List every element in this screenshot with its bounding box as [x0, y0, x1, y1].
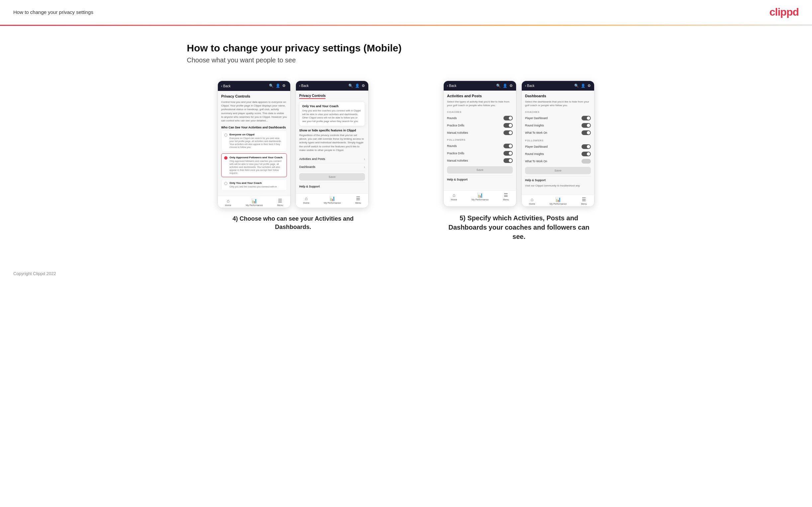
manual-label-c3: Manual Activities [447, 131, 468, 134]
menu-dashboards[interactable]: Dashboards › [299, 163, 365, 171]
nav-performance-2[interactable]: 📊 My Performance [324, 196, 341, 204]
show-hide-desc: Regardless of the privacy controls that … [299, 133, 365, 152]
option-everyone[interactable]: Everyone on Clippd Everyone on Clippd ca… [221, 130, 287, 151]
screen4-bottom-nav: ⌂ Home 📊 My Performance ☰ Menu [522, 194, 594, 206]
work-on-label-f4: What To Work On [525, 160, 547, 163]
nav-home-1[interactable]: ⌂ Home [225, 198, 232, 206]
radio-everyone [224, 133, 227, 137]
menu-label-1: Menu [277, 204, 283, 206]
nav-performance-3[interactable]: 📊 My Performance [471, 192, 489, 201]
screen1-desc: Control how you and your data appears to… [221, 100, 287, 122]
player-dash-label-c4: Player Dashboard [525, 116, 548, 120]
dashboards-label: Dashboards [299, 165, 315, 169]
nav-home-4[interactable]: ⌂ Home [529, 197, 536, 205]
save-button-2[interactable]: Save [299, 173, 365, 180]
performance-icon-4: 📊 [555, 197, 561, 202]
round-insights-toggle-c4[interactable] [581, 123, 591, 128]
search-icon-4[interactable]: 🔍 [574, 83, 579, 88]
logo: clippd [769, 6, 799, 18]
option-approved[interactable]: Only Approved Followers and Your Coach O… [221, 153, 287, 177]
profile-icon-3[interactable]: 👤 [503, 83, 507, 88]
rounds-toggle-f3[interactable] [503, 144, 513, 148]
toggle-roundinsights-coaches-4: Round Insights [525, 122, 591, 129]
nav-menu-2[interactable]: ☰ Menu [355, 196, 361, 204]
left-phones: ‹ Back 🔍 👤 ⚙ Privacy Controls Control ho… [217, 80, 369, 208]
manual-toggle-c3[interactable] [503, 130, 513, 135]
work-on-label-c4: What To Work On [525, 131, 547, 134]
rounds-toggle-c3[interactable] [503, 116, 513, 120]
home-label-1: Home [225, 204, 232, 206]
search-icon-2[interactable]: 🔍 [348, 83, 353, 88]
right-phones: ‹ Back 🔍 👤 ⚙ Activities and Posts Select… [443, 80, 595, 207]
screen3-title: Activities and Posts [447, 94, 513, 98]
option-everyone-label: Everyone on Clippd [230, 133, 284, 136]
menu-activities[interactable]: Activities and Posts › [299, 155, 365, 163]
toggle-player-followers-4: Player Dashboard [525, 143, 591, 150]
help-desc-4: Visit our Clippd community to troublesho… [525, 184, 591, 187]
breadcrumb: How to change your privacy settings [13, 9, 93, 15]
screen1-title: Privacy Controls [221, 94, 287, 98]
screen-2: ‹ Back 🔍 👤 ⚙ Privacy Controls Only You a… [296, 80, 369, 208]
toggle-drills-coaches-3: Practice Drills [447, 122, 513, 129]
nav-menu-1[interactable]: ☰ Menu [277, 198, 283, 206]
search-icon-3[interactable]: 🔍 [496, 83, 501, 88]
toggle-manual-followers-3: Manual Activities [447, 157, 513, 164]
manual-toggle-f3[interactable] [503, 158, 513, 163]
screen2-back[interactable]: ‹ Back [299, 84, 309, 88]
nav-performance-4[interactable]: 📊 My Performance [550, 197, 567, 205]
settings-icon-4[interactable]: ⚙ [588, 83, 591, 88]
player-dash-toggle-c4[interactable] [581, 116, 591, 120]
rounds-label-f3: Rounds [447, 144, 457, 148]
profile-icon-4[interactable]: 👤 [581, 83, 586, 88]
screen2-tab[interactable]: Privacy Controls [299, 94, 325, 99]
drills-toggle-f3[interactable] [503, 151, 513, 156]
menu-icon-4: ☰ [582, 197, 586, 202]
settings-icon[interactable]: ⚙ [282, 83, 287, 88]
option-approved-label: Only Approved Followers and Your Coach [230, 156, 284, 159]
work-on-toggle-c4[interactable] [581, 130, 591, 135]
settings-icon-3[interactable]: ⚙ [509, 83, 513, 88]
performance-label-2: My Performance [324, 202, 341, 204]
screen-1: ‹ Back 🔍 👤 ⚙ Privacy Controls Control ho… [217, 80, 291, 208]
round-insights-label-f4: Round Insights [525, 152, 544, 156]
screen4-back[interactable]: ‹ Back [525, 84, 535, 88]
screen1-back[interactable]: ‹ Back [221, 84, 231, 88]
coaches-label-3: COACHES [447, 111, 513, 113]
nav-home-3[interactable]: ⌂ Home [451, 192, 457, 201]
toggle-player-coaches-4: Player Dashboard [525, 114, 591, 122]
nav-performance-1[interactable]: 📊 My Performance [246, 198, 263, 206]
help-label-2: Help & Support [299, 182, 365, 190]
screenshots-section: ‹ Back 🔍 👤 ⚙ Privacy Controls Control ho… [187, 80, 625, 241]
screen2-content: Privacy Controls Only You and Your Coach… [296, 91, 368, 193]
screen3-back[interactable]: ‹ Back [447, 84, 456, 88]
drills-label-c3: Practice Drills [447, 124, 464, 127]
rounds-label-c3: Rounds [447, 116, 457, 120]
screen4-nav-icons: 🔍 👤 ⚙ [574, 83, 591, 88]
activities-label: Activities and Posts [299, 157, 325, 161]
drills-toggle-c3[interactable] [503, 123, 513, 128]
menu-icon-1: ☰ [278, 198, 282, 204]
save-button-3[interactable]: Save [447, 166, 513, 174]
nav-menu-3[interactable]: ☰ Menu [503, 192, 509, 201]
toggle-roundinsights-followers-4: Round Insights [525, 150, 591, 158]
copyright-text: Copyright Clippd 2022 [13, 271, 56, 276]
round-insights-toggle-f4[interactable] [581, 152, 591, 156]
search-icon[interactable]: 🔍 [269, 83, 274, 88]
option-only-you-desc: Only you and the coaches you connect wit… [230, 185, 276, 188]
header: How to change your privacy settings clip… [0, 0, 812, 25]
profile-icon[interactable]: 👤 [276, 83, 280, 88]
screen3-desc: Select the types of activity that you'd … [447, 100, 513, 107]
activities-chevron: › [364, 157, 365, 161]
settings-icon-2[interactable]: ⚙ [362, 83, 365, 88]
work-on-toggle-f4[interactable] [581, 159, 591, 164]
player-dash-toggle-f4[interactable] [581, 144, 591, 149]
menu-label-3: Menu [503, 199, 509, 201]
nav-home-2[interactable]: ⌂ Home [303, 196, 309, 204]
option-only-you[interactable]: Only You and Your Coach Only you and the… [221, 179, 287, 191]
screen-4: ‹ Back 🔍 👤 ⚙ Dashboards Select the dashb… [521, 80, 595, 207]
profile-icon-2[interactable]: 👤 [355, 83, 360, 88]
save-button-4[interactable]: Save [525, 167, 591, 174]
toggle-workOn-followers-4: What To Work On [525, 158, 591, 165]
nav-menu-4[interactable]: ☰ Menu [581, 197, 587, 205]
screen2-nav-icons: 🔍 👤 ⚙ [348, 83, 365, 88]
